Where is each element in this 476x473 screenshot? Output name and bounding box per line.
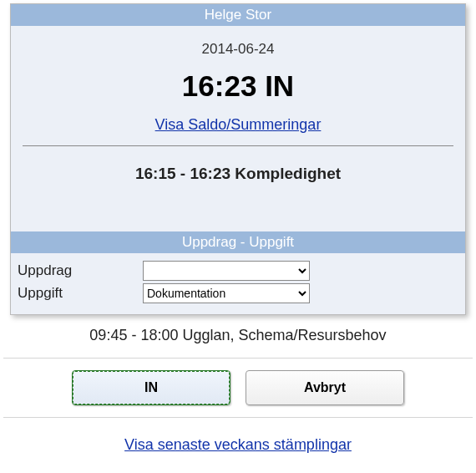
in-button[interactable]: IN (72, 370, 230, 405)
spacer (11, 195, 465, 231)
saldo-link-wrap: Visa Saldo/Summeringar (11, 109, 465, 145)
label-uppdrag: Uppdrag (18, 262, 143, 279)
schedule-from: 09:45 (89, 327, 127, 343)
section-header: Uppdrag - Uppgift (11, 231, 465, 253)
current-to: 16:23 (190, 165, 230, 182)
clock-display: 16:23 IN (11, 66, 465, 109)
schedule-type: Schema/Resursbehov (239, 327, 387, 343)
schedule-place: Ugglan (182, 327, 230, 343)
current-period: 16:15 - 16:23 Kompledighet (11, 146, 465, 195)
saldo-link[interactable]: Visa Saldo/Summeringar (155, 116, 322, 133)
user-name: Helge Stor (205, 7, 271, 23)
row-uppdrag: Uppdrag (18, 261, 458, 281)
clock-time: 16:23 (182, 69, 257, 102)
current-label: Kompledighet (235, 165, 341, 182)
user-header: Helge Stor (11, 4, 465, 26)
date: 2014-06-24 (11, 26, 465, 66)
recent-stamps-link[interactable]: Visa senaste veckans stämplingar (124, 436, 352, 453)
footer-link-wrap: Visa senaste veckans stämplingar (3, 418, 473, 459)
schedule-to: 18:00 (140, 327, 178, 343)
select-uppdrag[interactable] (143, 261, 310, 281)
form: Uppdrag Uppgift Dokumentation (11, 253, 465, 314)
select-uppgift[interactable]: Dokumentation (143, 283, 310, 303)
buttons-row: IN Avbryt (3, 358, 473, 418)
section-title: Uppdrag - Uppgift (182, 234, 294, 250)
clock-card: Helge Stor 2014-06-24 16:23 IN Visa Sald… (10, 3, 466, 315)
row-uppgift: Uppgift Dokumentation (18, 283, 458, 303)
cancel-button[interactable]: Avbryt (246, 370, 404, 405)
current-from: 16:15 (135, 165, 176, 182)
label-uppgift: Uppgift (18, 285, 143, 302)
clock-state: IN (265, 69, 294, 102)
schedule-line: 09:45 - 18:00 Ugglan, Schema/Resursbehov (3, 315, 473, 358)
